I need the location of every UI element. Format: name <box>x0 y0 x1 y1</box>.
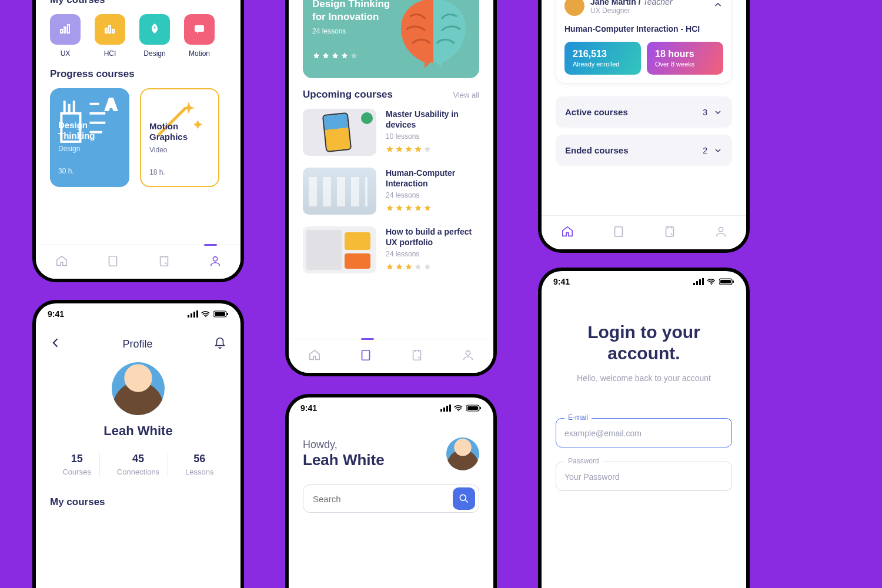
screen-courses: My courses UX HCI Design Motion Progress… <box>32 0 244 282</box>
svg-rect-12 <box>61 29 62 33</box>
avatar[interactable] <box>446 437 479 470</box>
status-icons <box>188 310 229 318</box>
tab-bar <box>36 245 240 279</box>
back-button[interactable] <box>50 337 62 351</box>
active-courses-row[interactable]: Active courses 3 <box>556 96 732 128</box>
search-button[interactable] <box>453 487 475 510</box>
tab-notes[interactable] <box>410 349 423 364</box>
tab-home[interactable] <box>55 255 68 270</box>
screen-login: 9:41 Login to your account. Hello, welco… <box>538 268 750 588</box>
course-lessons: 10 lessons <box>386 132 479 141</box>
status-time: 9:41 <box>553 277 570 286</box>
tab-profile[interactable] <box>209 255 222 270</box>
hours-chip: 18 hours Over 8 weeks <box>647 42 723 75</box>
tab-library[interactable] <box>106 255 119 270</box>
progress-card-sub: Design <box>58 145 121 153</box>
upcoming-item[interactable]: Human-Computer Interaction 24 lessons <box>303 168 479 215</box>
svg-rect-17 <box>112 29 114 33</box>
status-time: 9:41 <box>48 309 64 319</box>
course-lessons: 24 lessons <box>386 250 479 258</box>
teacher-avatar <box>564 0 584 16</box>
progress-title: Progress courses <box>50 68 226 80</box>
chart-icon <box>50 14 81 45</box>
search-input[interactable] <box>313 494 453 504</box>
tab-profile[interactable] <box>714 225 727 240</box>
svg-rect-14 <box>68 25 69 33</box>
course-lessons: 24 lessons <box>386 191 479 199</box>
course-rating <box>386 263 479 271</box>
rocket-icon <box>139 14 170 45</box>
bell-icon[interactable] <box>213 336 226 352</box>
screen-upcoming: Design Thinking for Innovation 24 lesson… <box>285 0 497 376</box>
svg-point-18 <box>154 27 156 29</box>
tab-bar <box>542 215 746 249</box>
stat-connections: 45Connections <box>109 453 168 476</box>
screen-teacher: Jane Martin / Teacher UX Designer Human-… <box>538 0 750 253</box>
svg-rect-19 <box>195 25 204 32</box>
featured-title: Design Thinking for Innovation <box>312 0 395 24</box>
tab-notes[interactable] <box>663 225 676 240</box>
my-courses-title: My courses <box>50 0 226 6</box>
upcoming-item[interactable]: Master Usability in devices 10 lessons <box>303 109 479 156</box>
greeting: Howdy, <box>303 439 385 451</box>
chevron-down-icon <box>713 108 723 117</box>
chart-icon <box>95 14 125 45</box>
category-motion[interactable]: Motion <box>184 14 215 58</box>
category-label: Design <box>143 49 165 58</box>
view-all-link[interactable]: View all <box>453 91 479 99</box>
ended-courses-row[interactable]: Ended courses 2 <box>556 135 732 166</box>
progress-card[interactable]: A Design Thinking Design 30 h. <box>50 88 129 187</box>
tab-home[interactable] <box>308 349 321 364</box>
pencil-holder-icon: A <box>58 98 121 115</box>
password-label: Password <box>564 457 603 465</box>
collapse-button[interactable] <box>713 0 723 12</box>
svg-rect-15 <box>105 28 107 33</box>
course-title: Master Usability in devices <box>386 109 479 130</box>
tab-home[interactable] <box>561 225 574 240</box>
progress-card-hours: 18 h. <box>149 168 210 176</box>
category-design[interactable]: Design <box>139 14 170 58</box>
email-label: E-mail <box>564 413 592 422</box>
teacher-course: Human-Computer Interaction - HCI <box>564 24 723 34</box>
upcoming-item[interactable]: How to build a perfect UX portfolio 24 l… <box>303 226 479 273</box>
login-subtitle: Hello, welcome back to your account <box>556 373 732 383</box>
tab-profile[interactable] <box>462 349 475 364</box>
svg-rect-16 <box>109 26 111 33</box>
search-bar[interactable] <box>303 485 479 513</box>
user-name: Leah White <box>303 451 385 469</box>
chevron-down-icon <box>713 146 723 155</box>
category-hci[interactable]: HCI <box>95 14 125 58</box>
category-ux[interactable]: UX <box>50 14 81 58</box>
password-field[interactable]: Password Your Password <box>556 462 732 491</box>
chat-icon <box>184 14 215 45</box>
course-title: Human-Computer Interaction <box>386 168 479 189</box>
tab-library[interactable] <box>612 225 625 240</box>
avatar[interactable] <box>112 362 165 415</box>
course-thumbnail <box>303 168 376 215</box>
page-title: Profile <box>122 338 152 350</box>
email-placeholder: example@email.com <box>564 429 642 438</box>
wand-icon <box>149 99 210 116</box>
tab-library[interactable] <box>359 349 372 364</box>
tab-notes[interactable] <box>158 255 171 270</box>
brain-illustration <box>392 0 475 69</box>
progress-card-hours: 30 h. <box>58 167 121 175</box>
category-label: HCI <box>104 49 116 58</box>
course-thumbnail <box>303 109 376 156</box>
screen-profile: 9:41 Profile Leah White 15Courses 45Conn… <box>32 300 244 588</box>
teacher-job: UX Designer <box>590 6 707 15</box>
login-title: Login to your account. <box>556 322 732 364</box>
screen-home: 9:41 Howdy, Leah White <box>285 394 497 588</box>
enrolled-chip: 216,513 Already enrolled <box>564 42 641 75</box>
email-field[interactable]: E-mail example@email.com <box>556 418 732 447</box>
teacher-card: Jane Martin / Teacher UX Designer Human-… <box>556 0 732 83</box>
course-rating <box>386 204 479 212</box>
status-icons <box>693 278 734 286</box>
featured-course-card[interactable]: Design Thinking for Innovation 24 lesson… <box>303 0 479 78</box>
teacher-name-row: Jane Martin / Teacher <box>590 0 707 6</box>
progress-card[interactable]: Motion Graphics Video 18 h. <box>140 88 219 187</box>
category-label: UX <box>61 49 71 58</box>
svg-rect-13 <box>64 27 66 33</box>
stat-courses: 15Courses <box>54 453 99 476</box>
status-icons <box>440 404 482 412</box>
